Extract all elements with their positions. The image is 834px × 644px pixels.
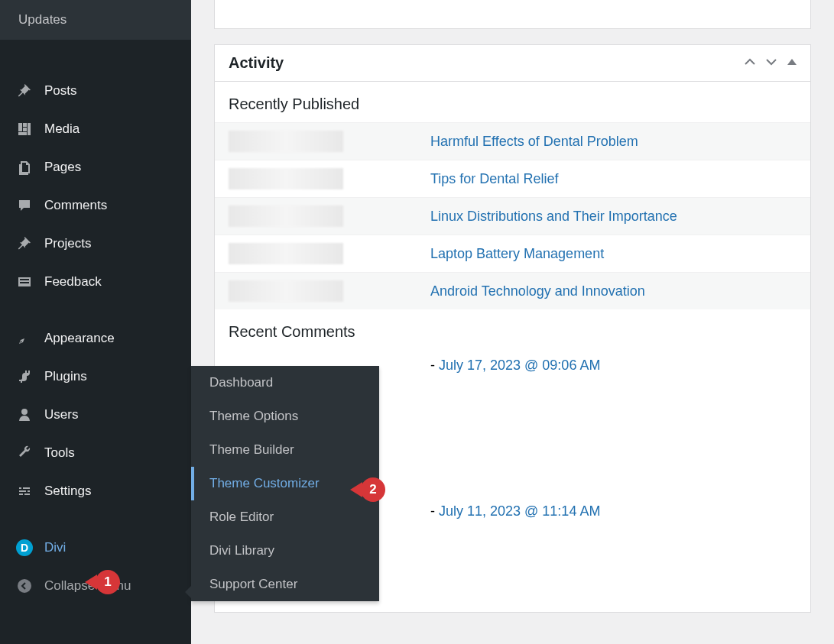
pages-icon — [15, 158, 34, 176]
sidebar-label: Posts — [44, 83, 77, 99]
post-row: Android Technology and Innovation — [215, 272, 810, 309]
sidebar-item-feedback[interactable]: Feedback — [0, 263, 191, 301]
sidebar-item-pages[interactable]: Pages — [0, 148, 191, 186]
activity-panel-header: Activity — [215, 45, 810, 82]
panel-down-icon[interactable] — [766, 57, 777, 70]
recently-published-section: Recently Published Harmful Effects of De… — [215, 82, 810, 309]
comment-date-link[interactable]: July 17, 2023 @ 09:06 AM — [439, 358, 600, 373]
submenu-theme-builder[interactable]: Theme Builder — [191, 433, 379, 467]
sidebar-label: Appearance — [44, 331, 115, 346]
sidebar-label: Media — [44, 121, 80, 137]
post-thumb — [229, 168, 343, 189]
panel-title: Activity — [229, 54, 284, 72]
sidebar-item-updates[interactable]: Updates — [0, 0, 191, 40]
sidebar-label: Comments — [44, 198, 107, 213]
post-link[interactable]: Tips for Dental Relief — [430, 171, 558, 187]
svg-point-0 — [18, 579, 31, 593]
sidebar-label: Settings — [44, 484, 91, 499]
post-link[interactable]: Android Technology and Innovation — [430, 283, 645, 299]
annotation-1: 1 — [96, 570, 120, 594]
submenu-divi-library[interactable]: Divi Library — [191, 534, 379, 568]
post-row: Linux Distributions and Their Importance — [215, 197, 810, 235]
sidebar-item-comments[interactable]: Comments — [0, 186, 191, 225]
sidebar-item-plugins[interactable]: Plugins — [0, 358, 191, 396]
post-thumb — [229, 280, 343, 302]
section-recently-published: Recently Published — [215, 82, 810, 122]
panel-toggle-icon[interactable] — [787, 57, 797, 69]
divi-icon: D — [15, 539, 34, 557]
sidebar-label: Divi — [44, 540, 66, 555]
post-row: Laptop Battery Management — [215, 235, 810, 272]
comment-date-link[interactable]: July 11, 2023 @ 11:14 AM — [439, 503, 600, 519]
sidebar-label: Feedback — [44, 274, 102, 290]
sidebar-item-media[interactable]: Media — [0, 110, 191, 148]
sidebar-label: Users — [44, 407, 78, 422]
sidebar-label: Pages — [44, 160, 81, 175]
sidebar-item-projects[interactable]: Projects — [0, 225, 191, 263]
pin-icon — [15, 82, 34, 100]
plugins-icon — [15, 367, 34, 386]
post-thumb — [229, 243, 343, 264]
sidebar-label-updates: Updates — [18, 12, 67, 28]
users-icon — [15, 406, 34, 424]
sidebar-item-settings[interactable]: Settings — [0, 472, 191, 510]
panel-up-icon[interactable] — [745, 57, 755, 70]
sidebar-item-appearance[interactable]: Appearance — [0, 319, 191, 358]
sidebar-label: Plugins — [44, 369, 87, 384]
comment-prefix: - — [430, 358, 439, 373]
submenu-dashboard[interactable]: Dashboard — [191, 366, 379, 400]
feedback-icon — [15, 273, 34, 291]
sidebar-item-divi[interactable]: D Divi — [0, 529, 191, 567]
post-link[interactable]: Laptop Battery Management — [430, 246, 604, 262]
top-panel-edge — [214, 0, 811, 29]
media-icon — [15, 120, 34, 138]
post-row: Tips for Dental Relief — [215, 160, 810, 197]
sidebar-label: Projects — [44, 236, 91, 251]
comments-icon — [15, 196, 34, 215]
sidebar-item-tools[interactable]: Tools — [0, 434, 191, 472]
annotation-2: 2 — [361, 477, 385, 502]
settings-icon — [15, 482, 34, 500]
sidebar-item-posts[interactable]: Posts — [0, 72, 191, 110]
post-thumb — [229, 205, 343, 227]
post-row: Harmful Effects of Dental Problem — [215, 122, 810, 160]
post-link[interactable]: Harmful Effects of Dental Problem — [430, 134, 638, 150]
wrench-icon — [15, 444, 34, 462]
pin-icon — [15, 235, 34, 253]
post-thumb — [229, 131, 343, 152]
post-link[interactable]: Linux Distributions and Their Importance — [430, 209, 677, 225]
section-recent-comments: Recent Comments — [215, 309, 810, 350]
admin-sidebar: Updates Posts Media Pages Comments Proje… — [0, 0, 191, 644]
collapse-icon — [15, 577, 34, 595]
submenu-support-center[interactable]: Support Center — [191, 568, 379, 601]
sidebar-item-users[interactable]: Users — [0, 396, 191, 434]
brush-icon — [15, 329, 34, 348]
submenu-theme-options[interactable]: Theme Options — [191, 400, 379, 433]
panel-controls — [745, 57, 797, 70]
submenu-role-editor[interactable]: Role Editor — [191, 500, 379, 534]
sidebar-label: Tools — [44, 445, 75, 461]
comment-prefix: - — [430, 503, 439, 519]
